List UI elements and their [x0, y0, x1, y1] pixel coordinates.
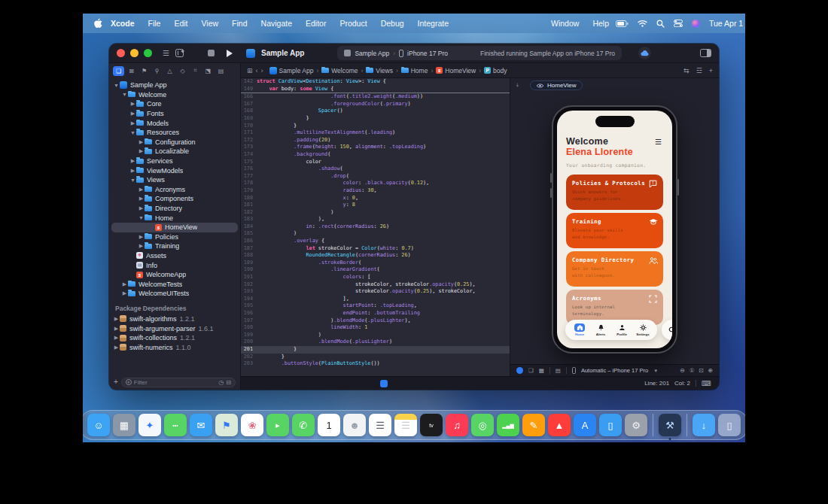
- forward-button[interactable]: ›: [261, 67, 263, 74]
- code-line-187[interactable]: 187 let strokeColor = Color(white: 0.7): [241, 245, 510, 253]
- siri-icon[interactable]: [692, 20, 700, 28]
- code-line-195[interactable]: 195 startPoint: .topLeading,: [241, 302, 510, 310]
- add-editor-icon[interactable]: [175, 49, 185, 57]
- editor-options-icon[interactable]: ☲: [696, 67, 702, 74]
- chevron-right-icon[interactable]: ▶: [113, 316, 120, 322]
- sidebar-item-fonts[interactable]: ▶Fonts: [109, 109, 240, 119]
- source-control-tab[interactable]: ⊠: [126, 66, 137, 76]
- zoom-100-icon[interactable]: ①: [689, 367, 695, 374]
- code-line-173[interactable]: 173 .frame(height: 150, alignment: .topL…: [241, 144, 510, 151]
- line-number[interactable]: 172: [241, 137, 257, 144]
- tab-alerts[interactable]: Alerts: [591, 323, 610, 336]
- dock-mail-icon[interactable]: ✉: [190, 414, 212, 436]
- code-line-169[interactable]: 169 }: [241, 115, 510, 123]
- tab-profile[interactable]: Profile: [612, 323, 632, 336]
- line-number[interactable]: 184: [241, 223, 257, 231]
- code-line-198[interactable]: 198 lineWidth: 1: [241, 324, 510, 332]
- sidebar-item-sample app[interactable]: ▼Sample App: [109, 80, 240, 90]
- line-number[interactable]: 199: [241, 332, 257, 339]
- dock-phone-icon[interactable]: ✆: [292, 414, 315, 436]
- dock-pages-icon[interactable]: ✎: [522, 414, 545, 436]
- chevron-right-icon[interactable]: ▶: [113, 345, 120, 351]
- code-line-182[interactable]: 182 ): [241, 209, 510, 217]
- menu-item-edit[interactable]: Edit: [167, 19, 194, 28]
- chevron-right-icon[interactable]: ▶: [138, 187, 145, 193]
- code-line-194[interactable]: 194 ],: [241, 296, 510, 303]
- line-number[interactable]: 170: [241, 123, 257, 130]
- code-review-icon[interactable]: ⇆: [683, 67, 689, 74]
- chevron-right-icon[interactable]: ▶: [138, 205, 145, 211]
- dock-reminders-icon[interactable]: ☰: [369, 414, 391, 436]
- code-line-190[interactable]: 190 .linearGradient(: [241, 266, 510, 274]
- line-number[interactable]: 168: [241, 108, 257, 115]
- zoom-fit-icon[interactable]: ⊡: [699, 367, 703, 374]
- menu-clock[interactable]: Tue Apr 1 9:41 AM: [709, 19, 745, 28]
- line-number[interactable]: 167: [241, 101, 257, 108]
- line-number[interactable]: 187: [241, 245, 257, 253]
- dock-xcode-icon[interactable]: ⚒: [659, 414, 681, 436]
- status-app-icon[interactable]: [380, 380, 388, 387]
- code-line-185[interactable]: 185 ): [241, 230, 510, 238]
- line-number[interactable]: 189: [241, 260, 257, 267]
- line-number[interactable]: 149: [241, 86, 257, 93]
- tests-tab[interactable]: ◇: [177, 66, 188, 76]
- code-line-176[interactable]: 176 .shadow(: [241, 165, 510, 173]
- line-number[interactable]: 202: [241, 354, 257, 361]
- line-number[interactable]: 183: [241, 216, 257, 223]
- menu-item-debug[interactable]: Debug: [374, 19, 411, 28]
- sidebar-item-directory[interactable]: ▶Directory: [109, 204, 240, 214]
- code-line-193[interactable]: 193 strokeColor.opacity(0.25), strokeCol…: [241, 288, 510, 296]
- preview-target-pill[interactable]: HomeView: [530, 80, 583, 90]
- line-number[interactable]: 169: [241, 115, 257, 123]
- wifi-icon[interactable]: [638, 20, 647, 27]
- menu-item-integrate[interactable]: Integrate: [411, 19, 455, 28]
- bookmarks-tab[interactable]: ⚑: [139, 66, 150, 76]
- chevron-right-icon[interactable]: ▶: [113, 335, 120, 341]
- related-items-icon[interactable]: ⊞: [247, 67, 253, 74]
- code-line-192[interactable]: 192 strokeColor, strokeColor.opacity(0.2…: [241, 281, 510, 289]
- sidebar-item-resources[interactable]: ▼Resources: [109, 128, 240, 138]
- code-line-168[interactable]: 168 Spacer(): [241, 108, 510, 115]
- dock-downloads-icon[interactable]: ↓: [693, 414, 715, 436]
- menu-item-view[interactable]: View: [195, 19, 226, 28]
- dock-finder-icon[interactable]: ☺: [87, 414, 110, 436]
- chevron-right-icon[interactable]: ▶: [129, 111, 136, 117]
- device-settings-icon[interactable]: ▤: [556, 367, 561, 374]
- menu-item-find[interactable]: Find: [225, 19, 254, 28]
- dock-find-my-icon[interactable]: ◎: [471, 414, 494, 436]
- battery-icon[interactable]: [616, 20, 629, 27]
- dock-rocket-icon[interactable]: ▲: [548, 414, 571, 436]
- back-button[interactable]: ‹: [256, 67, 258, 74]
- chevron-right-icon[interactable]: ▶: [113, 326, 120, 332]
- code-line-166[interactable]: 166 .font(.title2.weight(.medium)): [241, 93, 510, 101]
- cloud-button[interactable]: [638, 47, 651, 59]
- chevron-right-icon[interactable]: ▶: [129, 101, 136, 107]
- chevron-right-icon[interactable]: ▶: [129, 120, 136, 126]
- line-number[interactable]: 173: [241, 144, 257, 151]
- dock-iphone-mirroring-icon[interactable]: ▯: [599, 414, 622, 436]
- chevron-right-icon[interactable]: ▶: [121, 281, 128, 287]
- line-number[interactable]: 186: [241, 238, 257, 245]
- dock-music-icon[interactable]: ♫: [446, 414, 468, 436]
- sidebar-item-welcometests[interactable]: ▶WelcomeTests: [109, 279, 240, 289]
- chevron-right-icon[interactable]: ▶: [138, 139, 145, 145]
- search-tab-button[interactable]: [662, 320, 672, 340]
- dock-trash-icon[interactable]: ▯: [718, 414, 741, 436]
- code-line-142[interactable]: 142struct CardView<Destination: View>: V…: [241, 78, 510, 86]
- breadcrumb-homeview[interactable]: sHomeView: [436, 67, 476, 74]
- code-line-149[interactable]: 149 var body: some View {: [241, 86, 510, 93]
- chevron-down-icon[interactable]: ▼: [138, 215, 145, 220]
- card-policies-protocols[interactable]: Policies & ProtocolsQuick answers for co…: [566, 175, 663, 210]
- line-number[interactable]: 191: [241, 274, 257, 281]
- reports-tab[interactable]: ▤: [215, 66, 227, 76]
- sidebar-item-configuration[interactable]: ▶Configuration: [109, 138, 240, 147]
- line-number[interactable]: 180: [241, 195, 257, 202]
- tab-settings[interactable]: Settings: [633, 323, 653, 336]
- sidebar-item-welcomeapp[interactable]: sWelcomeApp: [109, 270, 240, 280]
- line-number[interactable]: 194: [241, 296, 257, 303]
- run-button[interactable]: [227, 50, 233, 57]
- dock-maps-icon[interactable]: ⚑: [215, 414, 238, 436]
- chevron-down-icon[interactable]: ▼: [129, 130, 136, 135]
- line-number[interactable]: 188: [241, 252, 257, 260]
- recent-files-icon[interactable]: ◷: [218, 379, 224, 386]
